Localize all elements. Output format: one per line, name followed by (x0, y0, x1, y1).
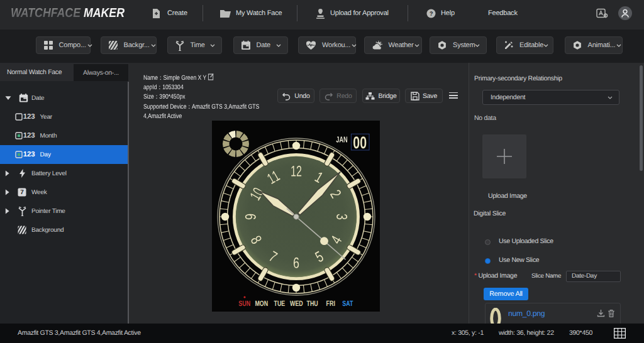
svg-text:MON: MON (255, 299, 268, 308)
svg-text:THU: THU (306, 299, 318, 308)
svg-text:TUE: TUE (274, 299, 286, 308)
svg-text:FRI: FRI (326, 299, 335, 308)
svg-text:SUN: SUN (238, 299, 250, 308)
svg-text:?: ? (430, 10, 433, 17)
svg-text:SAT: SAT (342, 299, 353, 308)
svg-text:WED: WED (290, 299, 303, 308)
svg-text:7: 7 (20, 189, 24, 196)
